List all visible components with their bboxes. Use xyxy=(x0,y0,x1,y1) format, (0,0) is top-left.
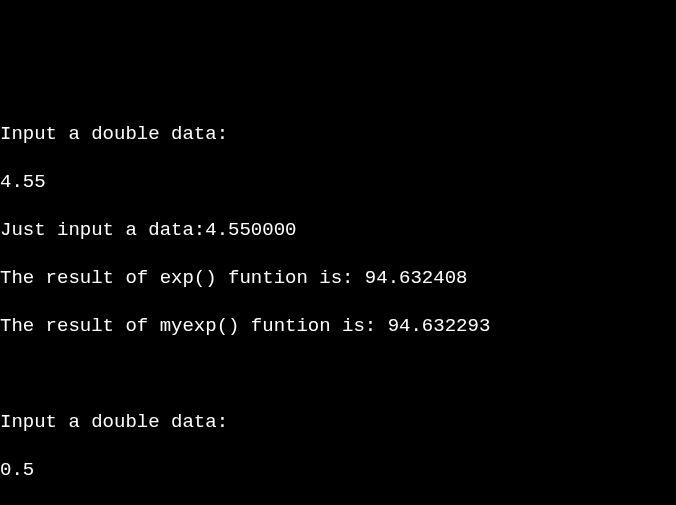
blank-line xyxy=(0,362,676,386)
terminal-output[interactable]: Input a double data: 4.55 Just input a d… xyxy=(0,98,676,505)
prompt-line: Input a double data: xyxy=(0,410,676,434)
output-line: Just input a data:4.550000 xyxy=(0,218,676,242)
output-line: The result of exp() funtion is: 94.63240… xyxy=(0,266,676,290)
user-input-line: 4.55 xyxy=(0,170,676,194)
output-line: The result of myexp() funtion is: 94.632… xyxy=(0,314,676,338)
user-input-line: 0.5 xyxy=(0,458,676,482)
prompt-line: Input a double data: xyxy=(0,122,676,146)
